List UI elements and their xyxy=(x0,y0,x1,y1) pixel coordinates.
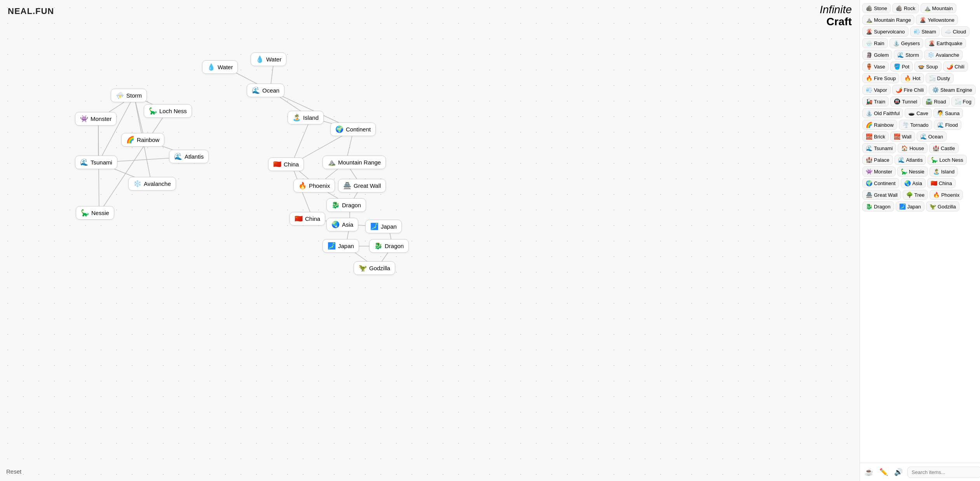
node-emoji: 🏯 xyxy=(343,182,351,190)
node-emoji: ⛰️ xyxy=(328,158,336,166)
sidebar-item[interactable]: 🌧️Rain xyxy=(862,38,888,48)
node-card[interactable]: 🇨🇳China xyxy=(289,212,325,226)
sidebar-item[interactable]: 🗿Golem xyxy=(862,50,892,60)
node-card[interactable]: 🗾Japan xyxy=(365,220,402,233)
sidebar-item[interactable]: ⛰️Mountain xyxy=(921,3,956,13)
edit-icon[interactable]: ✏️ xyxy=(878,466,889,478)
item-emoji: 🌊 xyxy=(937,122,944,128)
node-label: Avalanche xyxy=(144,180,171,187)
sidebar-item[interactable]: 🌳Tree xyxy=(903,190,928,200)
sidebar-item[interactable]: ⛲Old Faithful xyxy=(862,108,903,118)
node-card[interactable]: 💧Water xyxy=(202,60,238,74)
sidebar-item[interactable]: 🔥Hot xyxy=(901,73,924,83)
sidebar-item[interactable]: 🗾Japan xyxy=(896,201,924,212)
sidebar-item[interactable]: 🪨Stone xyxy=(862,3,891,13)
sidebar-item[interactable]: 🌈Rainbow xyxy=(862,120,897,130)
sidebar-item[interactable]: 🏰Castle xyxy=(929,143,959,153)
item-label: House xyxy=(909,145,924,151)
item-emoji: 🪨 xyxy=(896,5,902,11)
node-label: China xyxy=(284,161,299,168)
sidebar-item[interactable]: 🏝️Island xyxy=(929,166,958,177)
node-emoji: ❄️ xyxy=(133,180,141,188)
node-card[interactable]: 🌈Rainbow xyxy=(121,133,164,147)
sidebar-item[interactable]: ☁️Cloud xyxy=(941,26,970,37)
sidebar-item[interactable]: ⛰️Mountain Range xyxy=(862,15,914,25)
node-card[interactable]: ⛰️Mountain Range xyxy=(323,156,386,169)
node-card[interactable]: 🌊Ocean xyxy=(247,84,284,97)
item-label: Loch Ness xyxy=(939,157,963,163)
sidebar-item[interactable]: 🌫️Fog xyxy=(951,96,975,107)
sidebar-item[interactable]: 🌫️Dusty xyxy=(926,73,954,83)
sidebar-item[interactable]: 🌋Supervolcano xyxy=(862,26,909,37)
node-card[interactable]: 🏯Great Wall xyxy=(338,179,386,192)
node-card[interactable]: 🌊Tsunami xyxy=(75,156,117,169)
sidebar-item[interactable]: 🕳️Cave xyxy=(905,108,931,118)
sidebar-item[interactable]: 🏯Great Wall xyxy=(862,190,901,200)
node-card[interactable]: 🦕Nessie xyxy=(76,206,114,220)
sidebar-item[interactable]: 🌶️Fire Chili xyxy=(892,85,927,95)
sidebar-item[interactable]: 💨Vapor xyxy=(862,85,891,95)
sidebar-item[interactable]: ❄️Avalanche xyxy=(924,50,963,60)
sidebar-item[interactable]: 🌍Continent xyxy=(862,178,899,188)
sidebar-item[interactable]: 🔥Fire Soup xyxy=(862,73,899,83)
sidebar-item[interactable]: ⚙️Steam Engine xyxy=(929,85,976,95)
node-emoji: 🌊 xyxy=(252,86,260,94)
sidebar-item[interactable]: 🌊Tsunami xyxy=(862,143,896,153)
search-input[interactable] xyxy=(907,467,980,478)
reset-button[interactable]: Reset xyxy=(6,468,21,475)
sidebar-item[interactable]: 🌋Earthquake xyxy=(925,38,966,48)
sidebar-item[interactable]: 🌊Storm xyxy=(894,50,922,60)
node-card[interactable]: 🌏Asia xyxy=(326,218,358,231)
sidebar-item[interactable]: 🌶️Chili xyxy=(943,61,968,72)
node-card[interactable]: 👾Monster xyxy=(75,112,117,126)
canvas[interactable]: 💧Water💧Water🌊Ocean🏝️Island🌍Continent⛈️St… xyxy=(0,0,860,481)
node-emoji: 🇨🇳 xyxy=(295,215,303,223)
sidebar-item[interactable]: 🏠House xyxy=(898,143,928,153)
sidebar-item[interactable]: 🏰Palace xyxy=(862,155,893,165)
item-label: Fog xyxy=(963,99,971,105)
sidebar-item[interactable]: 🌊Ocean xyxy=(917,131,947,142)
sidebar-item[interactable]: 🌪️Tornado xyxy=(899,120,932,130)
sidebar-item[interactable]: 🪣Pot xyxy=(890,61,913,72)
sidebar-item[interactable]: 🦕Nessie xyxy=(897,166,928,177)
sidebar-item[interactable]: 🐉Dragon xyxy=(862,201,894,212)
node-card[interactable]: 💧Water xyxy=(251,52,286,66)
sidebar-item[interactable]: 🧱Wall xyxy=(890,131,915,142)
item-label: Hot xyxy=(912,75,920,81)
sidebar-item[interactable]: 🦖Godzilla xyxy=(926,201,959,212)
sidebar-item[interactable]: 🌋Yellowstone xyxy=(916,15,958,25)
sidebar-item[interactable]: ⛲Geysers xyxy=(889,38,923,48)
node-card[interactable]: 🇨🇳China xyxy=(268,157,304,171)
node-card[interactable]: ⛈️Storm xyxy=(111,89,147,102)
sidebar-item[interactable]: 🇨🇳China xyxy=(927,178,956,188)
sidebar-item[interactable]: 🌊Flood xyxy=(934,120,962,130)
item-label: Wall xyxy=(902,134,912,140)
node-card[interactable]: 🌍Continent xyxy=(330,122,376,136)
node-card[interactable]: 🗾Japan xyxy=(323,239,359,253)
node-card[interactable]: 🏝️Island xyxy=(288,111,324,124)
sidebar-item[interactable]: 🚇Tunnel xyxy=(890,96,921,107)
node-card[interactable]: 🐉Dragon xyxy=(326,198,366,212)
sidebar-item[interactable]: 🧱Brick xyxy=(862,131,889,142)
node-card[interactable]: 🦖Godzilla xyxy=(354,261,395,275)
coffee-icon[interactable]: ☕ xyxy=(863,466,875,478)
sidebar-item[interactable]: 🌏Asia xyxy=(901,178,926,188)
node-card[interactable]: ❄️Avalanche xyxy=(128,177,176,191)
sidebar-item[interactable]: 👾Monster xyxy=(862,166,896,177)
sidebar-item[interactable]: 🏺Vase xyxy=(862,61,889,72)
sidebar-item[interactable]: 🪨Rock xyxy=(892,3,919,13)
node-card[interactable]: 🔥Phoenix xyxy=(293,179,335,192)
sound-icon[interactable]: 🔊 xyxy=(893,466,904,478)
sidebar-item[interactable]: 🚂Train xyxy=(862,96,889,107)
node-card[interactable]: 🌊Atlantis xyxy=(169,150,209,163)
sidebar-item[interactable]: 🦕Loch Ness xyxy=(928,155,966,165)
sidebar-item[interactable]: 🛣️Road xyxy=(922,96,949,107)
sidebar-item[interactable]: 💨Steam xyxy=(910,26,940,37)
sidebar-item[interactable]: 🌊Atlantis xyxy=(895,155,926,165)
item-label: Rock xyxy=(904,5,915,11)
sidebar-item[interactable]: 🔥Phoenix xyxy=(929,190,963,200)
sidebar-item[interactable]: 🍲Soup xyxy=(914,61,941,72)
sidebar-item[interactable]: 🧖Sauna xyxy=(933,108,963,118)
node-card[interactable]: 🦕Loch Ness xyxy=(144,104,192,118)
node-card[interactable]: 🐉Dragon xyxy=(369,239,409,253)
